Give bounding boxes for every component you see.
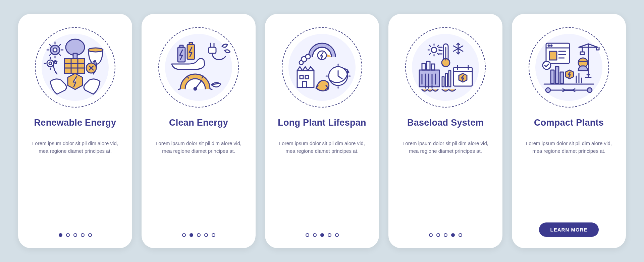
svg-rect-31 <box>442 77 444 87</box>
pagination-dots <box>182 233 215 237</box>
svg-rect-29 <box>427 61 430 70</box>
illustration-long-plant-lifespan <box>282 27 362 108</box>
pagination-dot[interactable] <box>444 233 447 237</box>
onboarding-screen-baseload-system: Baseload System Lorem ipsum dolor sit pi… <box>388 14 502 248</box>
screen-description: Lorem ipsum dolor sit pil dim alore vid,… <box>275 139 369 155</box>
svg-point-46 <box>587 88 592 92</box>
bottom-controls <box>275 233 369 237</box>
svg-rect-38 <box>549 51 557 60</box>
svg-rect-28 <box>422 63 425 70</box>
bottom-controls: LEARN MORE <box>522 222 616 237</box>
svg-rect-6 <box>64 59 85 73</box>
svg-point-17 <box>306 54 310 59</box>
screen-title: Renewable Energy <box>34 118 116 128</box>
svg-point-7 <box>88 48 103 52</box>
svg-rect-11 <box>187 45 195 59</box>
svg-rect-30 <box>431 64 435 70</box>
pagination-dot[interactable] <box>190 233 193 237</box>
bottom-controls <box>28 233 122 237</box>
svg-point-45 <box>546 88 550 92</box>
screen-title: Long Plant Lifespan <box>278 118 366 128</box>
pagination-dot[interactable] <box>212 233 215 237</box>
pagination-dot[interactable] <box>328 233 331 237</box>
bottom-controls <box>398 233 492 237</box>
onboarding-screen-long-plant-lifespan: Long Plant Lifespan Lorem ipsum dolor si… <box>265 14 379 248</box>
bottom-controls <box>152 233 246 237</box>
svg-point-26 <box>431 47 437 53</box>
onboarding-screen-clean-energy: Clean Energy Lorem ipsum dolor sit pil d… <box>142 14 256 248</box>
screen-title: Baseload System <box>407 118 484 128</box>
screen-title: Compact Plants <box>534 118 604 128</box>
pagination-dot[interactable] <box>204 233 208 237</box>
pagination-dot[interactable] <box>306 233 309 237</box>
svg-rect-32 <box>445 73 447 87</box>
baseload-system-icon <box>409 30 482 104</box>
screen-description: Lorem ipsum dolor sit pil dim alore vid,… <box>522 139 616 155</box>
pagination-dot[interactable] <box>59 233 62 237</box>
svg-point-36 <box>548 45 549 46</box>
illustration-clean-energy <box>158 27 239 108</box>
onboarding-screen-compact-plants: Compact Plants Lorem ipsum dolor sit pil… <box>512 14 626 248</box>
svg-rect-10 <box>180 45 183 47</box>
svg-rect-9 <box>178 47 185 62</box>
pagination-dot[interactable] <box>335 233 339 237</box>
clean-energy-icon <box>162 30 235 104</box>
svg-point-14 <box>194 87 197 90</box>
svg-rect-40 <box>580 52 584 55</box>
svg-point-1 <box>53 48 57 52</box>
pagination-dot[interactable] <box>429 233 433 237</box>
renewable-energy-icon <box>38 30 112 104</box>
pagination-dot[interactable] <box>66 233 70 237</box>
pagination-dot[interactable] <box>459 233 462 237</box>
learn-more-button[interactable]: LEARN MORE <box>539 222 599 237</box>
svg-rect-13 <box>209 47 216 53</box>
illustration-baseload-system <box>405 27 486 108</box>
svg-rect-44 <box>560 72 564 83</box>
svg-point-37 <box>551 45 552 46</box>
svg-rect-33 <box>449 71 451 87</box>
pagination-dot[interactable] <box>436 233 440 237</box>
screen-description: Lorem ipsum dolor sit pil dim alore vid,… <box>28 139 122 155</box>
svg-point-3 <box>49 62 52 65</box>
screen-description: Lorem ipsum dolor sit pil dim alore vid,… <box>152 139 246 155</box>
pagination-dot[interactable] <box>88 233 92 237</box>
pagination-dot[interactable] <box>451 233 455 237</box>
pagination-dot[interactable] <box>81 233 85 237</box>
svg-rect-42 <box>551 70 554 83</box>
screen-title: Clean Energy <box>169 118 228 128</box>
pagination-dots <box>59 233 92 237</box>
pagination-dot[interactable] <box>320 233 324 237</box>
illustration-renewable-energy <box>35 27 115 108</box>
screen-description: Lorem ipsum dolor sit pil dim alore vid,… <box>398 139 492 155</box>
illustration-compact-plants <box>529 27 609 108</box>
svg-point-18 <box>299 61 303 65</box>
svg-rect-12 <box>189 43 193 45</box>
pagination-dots <box>429 233 462 237</box>
onboarding-screen-renewable-energy: Renewable Energy Lorem ipsum dolor sit p… <box>18 14 132 248</box>
pagination-dots <box>306 233 339 237</box>
svg-rect-43 <box>555 67 559 83</box>
pagination-dot[interactable] <box>313 233 317 237</box>
pagination-dot[interactable] <box>197 233 201 237</box>
compact-plants-icon <box>532 30 606 104</box>
pagination-dot[interactable] <box>73 233 77 237</box>
pagination-dot[interactable] <box>182 233 186 237</box>
long-plant-lifespan-icon <box>285 30 359 104</box>
